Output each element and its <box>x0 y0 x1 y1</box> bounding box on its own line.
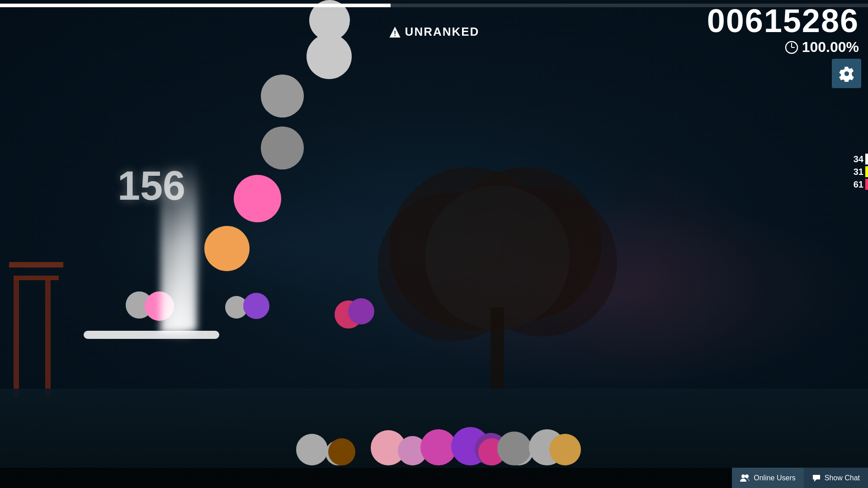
note-circle <box>307 34 352 79</box>
bottom-note-circle <box>497 432 531 465</box>
svg-text:!: ! <box>394 30 396 38</box>
accuracy-clock-icon <box>785 41 798 54</box>
svg-point-6 <box>745 474 749 478</box>
show-chat-button[interactable]: Show Chat <box>804 468 868 488</box>
warning-icon: ! <box>389 26 401 38</box>
tree-decoration <box>418 194 576 398</box>
combo-number: 156 <box>118 163 185 208</box>
online-users-label: Online Users <box>754 474 795 482</box>
note-circle <box>204 226 250 271</box>
judgment-bar-white <box>865 154 868 164</box>
settings-button[interactable] <box>832 59 861 88</box>
torii-gate <box>9 262 63 398</box>
bottom-note-circle <box>296 434 328 465</box>
unranked-badge: ! UNRANKED <box>389 25 480 39</box>
game-background <box>0 0 868 488</box>
note-circle <box>261 75 304 117</box>
bottom-note-circle <box>328 438 355 465</box>
progress-bar-fill <box>0 4 391 7</box>
judgment-row-1: 34 <box>841 154 868 164</box>
paddle <box>84 331 219 339</box>
online-users-icon <box>740 474 750 482</box>
judgment-sidebar: 34 31 61 <box>841 154 868 190</box>
note-circle <box>348 298 374 324</box>
svg-marker-7 <box>813 475 820 482</box>
judgment-bar-yellow <box>865 166 868 177</box>
chat-icon <box>812 474 821 482</box>
show-chat-label: Show Chat <box>825 474 860 482</box>
judgment-count-2: 31 <box>850 167 863 177</box>
judgment-count-1: 34 <box>850 154 863 164</box>
judgment-bar-pink <box>865 179 868 190</box>
svg-point-5 <box>741 474 745 478</box>
judgment-count-3: 61 <box>850 179 863 190</box>
note-circle <box>234 175 281 222</box>
score-display: 00615286 100.00% <box>707 5 859 56</box>
score-number: 00615286 <box>707 5 859 37</box>
bottom-bar: Online Users Show Chat <box>0 468 868 488</box>
bottom-note-circle <box>549 434 581 465</box>
judgment-row-3: 61 <box>841 179 868 190</box>
note-circle <box>261 127 304 169</box>
accuracy-text: 100.00% <box>802 39 859 56</box>
gear-icon <box>839 66 855 82</box>
unranked-text: UNRANKED <box>405 25 480 39</box>
note-circle <box>243 293 269 319</box>
combo-display: 156 <box>118 163 185 209</box>
online-users-button[interactable]: Online Users <box>732 468 803 488</box>
judgment-row-2: 31 <box>841 166 868 177</box>
accuracy-display: 100.00% <box>707 39 859 56</box>
